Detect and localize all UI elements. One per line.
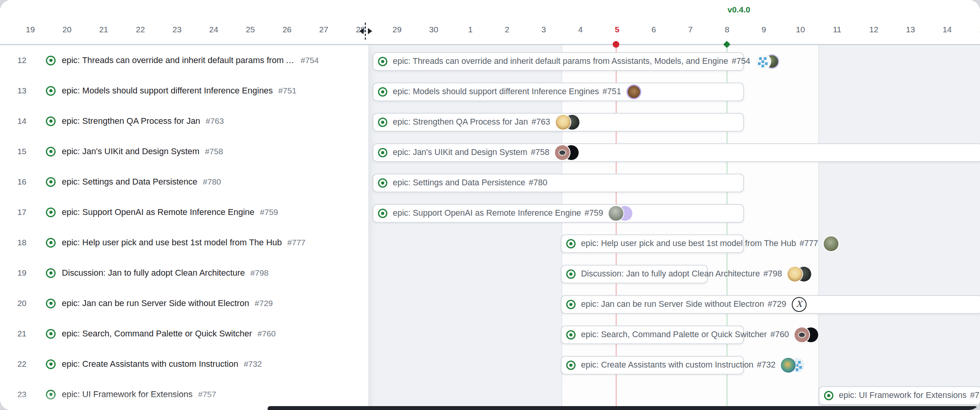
timeline-bar[interactable]: epic: Support OpenAI as Remote Inference… — [373, 204, 744, 223]
issue-title[interactable]: Discussion: Jan to fully adopt Clean Arc… — [62, 268, 245, 278]
bar-issue-title: epic: Help user pick and use best 1st mo… — [581, 239, 796, 248]
header-day: 27 — [306, 25, 341, 34]
bar-issue-title: epic: Create Assistants with custom Inst… — [581, 360, 753, 370]
row-number: 21 — [0, 329, 26, 338]
issue-title[interactable]: epic: Settings and Data Persistence — [62, 177, 198, 187]
timeline-bar[interactable]: Discussion: Jan to fully adopt Clean Arc… — [561, 265, 708, 283]
issue-title[interactable]: epic: Threads can override and inherit d… — [62, 55, 295, 65]
table-row[interactable]: 23 epic: UI Framework for Extensions #75… — [0, 379, 368, 410]
table-row[interactable]: 16 epic: Settings and Data Persistence #… — [0, 167, 368, 198]
open-issue-icon — [46, 268, 56, 278]
header-day: 9 — [746, 25, 781, 34]
open-issue-icon — [824, 391, 833, 400]
header-day: 14 — [930, 25, 965, 34]
bar-issue-number: #729 — [768, 299, 786, 309]
table-row[interactable]: 18 epic: Help user pick and use best 1st… — [0, 227, 368, 259]
white-script-avatar — [792, 297, 807, 312]
issue-title[interactable]: epic: Jan's UIKit and Design System — [62, 146, 200, 157]
issue-number: #732 — [244, 359, 262, 369]
timeline-bar[interactable]: epic: Jan can be run Server Side without… — [561, 295, 980, 314]
bar-issue-number: #758 — [531, 148, 550, 157]
issue-title[interactable]: epic: Help user pick and use best 1st mo… — [62, 238, 282, 248]
table-row[interactable]: 19 Discussion: Jan to fully adopt Clean … — [0, 258, 368, 289]
issue-title[interactable]: epic: UI Framework for Extensions — [62, 389, 192, 399]
assignee-avatars — [626, 84, 641, 99]
assignee-avatars — [788, 267, 811, 282]
timeline-bar[interactable]: epic: Search, Command Palette or Quick S… — [561, 326, 744, 344]
issue-number: #760 — [257, 329, 276, 338]
timeline-bar[interactable]: epic: Help user pick and use best 1st mo… — [561, 234, 744, 253]
header-day: 25 — [233, 25, 268, 34]
open-issue-icon — [378, 57, 387, 66]
timeline-bar[interactable]: epic: Threads can override and inherit d… — [373, 52, 744, 71]
issue-number: #754 — [301, 56, 319, 65]
horizontal-scrollbar[interactable] — [268, 406, 978, 410]
table-row[interactable]: 14 epic: Strengthen QA Process for Jan #… — [0, 106, 368, 137]
row-number: 18 — [0, 238, 26, 247]
open-issue-icon — [46, 56, 56, 65]
row-number: 12 — [0, 56, 26, 65]
row-number: 15 — [0, 147, 26, 156]
week-gridline — [818, 45, 819, 410]
table-row[interactable]: 21 epic: Search, Command Palette or Quic… — [0, 318, 368, 350]
bar-issue-title: epic: Jan can be run Server Side without… — [581, 299, 764, 309]
roadmap-window: 12 epic: Threads can override and inheri… — [0, 0, 980, 410]
open-issue-icon — [46, 86, 56, 96]
bar-issue-number: #760 — [770, 330, 789, 340]
table-row[interactable]: 22 epic: Create Assistants with custom I… — [0, 349, 368, 380]
bar-issue-number: #751 — [602, 87, 621, 97]
table-row[interactable]: 13 epic: Models should support different… — [0, 76, 368, 107]
open-issue-icon — [46, 299, 56, 308]
row-number: 16 — [0, 177, 26, 187]
issue-title[interactable]: epic: Support OpenAI as Remote Inference… — [62, 207, 254, 217]
row-number: 23 — [0, 390, 26, 399]
timeline-bar[interactable]: epic: Models should support different In… — [373, 83, 744, 101]
timeline-bar[interactable]: epic: UI Framework for Extensions #757 — [819, 386, 980, 405]
issue-title[interactable]: epic: Create Assistants with custom Inst… — [62, 359, 238, 369]
table-row[interactable]: 20 epic: Jan can be run Server Side with… — [0, 288, 368, 319]
issue-number: #759 — [260, 208, 278, 217]
table-row[interactable]: 12 epic: Threads can override and inheri… — [0, 45, 368, 76]
issue-number: #758 — [205, 147, 223, 156]
rose-eye-avatar — [555, 145, 570, 160]
issue-title[interactable]: epic: Models should support different In… — [62, 86, 273, 96]
open-issue-icon — [46, 116, 56, 126]
issue-title[interactable]: epic: Strengthen QA Process for Jan — [62, 116, 200, 126]
bar-issue-number: #759 — [584, 208, 603, 218]
timeline-date-header: v0.4.0 192021222324252627282930123456789… — [0, 0, 980, 45]
row-number: 20 — [0, 299, 26, 308]
issue-title[interactable]: epic: Jan can be run Server Side without… — [62, 298, 249, 308]
header-day: 29 — [380, 25, 415, 34]
morty-avatar — [788, 267, 802, 282]
row-number: 22 — [0, 359, 26, 369]
issue-number: #729 — [255, 299, 273, 308]
milestone-label[interactable]: v0.4.0 — [728, 5, 750, 14]
timeline-bar[interactable]: epic: Jan's UIKit and Design System #758 — [373, 143, 980, 162]
bar-issue-number: #798 — [763, 269, 782, 279]
issue-number: #780 — [203, 177, 221, 187]
open-issue-icon — [566, 239, 576, 248]
timeline-bar[interactable]: epic: Settings and Data Persistence #780 — [373, 174, 744, 192]
table-row[interactable]: 15 epic: Jan's UIKit and Design System #… — [0, 136, 368, 167]
open-issue-icon — [566, 269, 576, 279]
header-day: 22 — [123, 25, 158, 34]
open-issue-icon — [46, 329, 56, 339]
timeline-bar[interactable]: epic: Strengthen QA Process for Jan #763 — [373, 113, 744, 132]
gray-cat-avatar — [609, 206, 623, 221]
header-day: 23 — [159, 25, 194, 34]
timeline-bar[interactable]: epic: Create Assistants with custom Inst… — [561, 356, 744, 375]
bar-issue-number: #763 — [532, 117, 550, 127]
bar-issue-number: #754 — [732, 56, 750, 66]
table-row[interactable]: 17 epic: Support OpenAI as Remote Infere… — [0, 197, 368, 228]
header-day: 30 — [416, 25, 451, 34]
open-issue-icon — [46, 238, 56, 248]
row-number: 17 — [0, 208, 26, 217]
issue-number: #757 — [198, 390, 216, 399]
header-day: 6 — [636, 25, 671, 34]
issue-number: #763 — [206, 116, 224, 126]
bar-issue-title: epic: UI Framework for Extensions — [839, 391, 967, 400]
bar-issue-title: epic: Models should support different In… — [393, 87, 599, 97]
issue-title[interactable]: epic: Search, Command Palette or Quick S… — [62, 329, 252, 339]
header-day: 13 — [893, 25, 928, 34]
bar-issue-title: epic: Jan's UIKit and Design System — [393, 148, 527, 157]
